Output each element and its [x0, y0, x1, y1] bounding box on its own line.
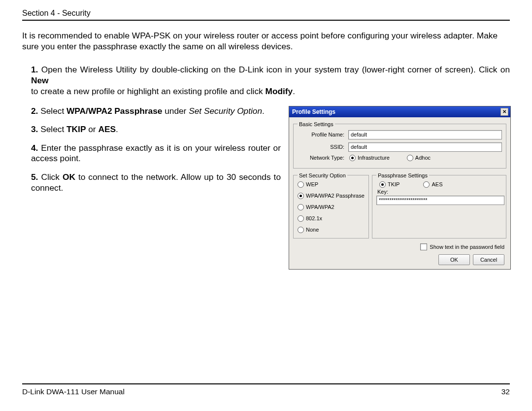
radio-icon [298, 204, 304, 210]
radio-none[interactable]: None [298, 227, 365, 233]
footer-manual-title: D-Link DWA-111 User Manual [22, 387, 125, 396]
radio-adhoc[interactable]: Adhoc [407, 155, 431, 161]
radio-icon [298, 215, 304, 222]
radio-8021x[interactable]: 802.1x [298, 215, 365, 222]
step-1-bold-modify: Modify [266, 86, 293, 96]
radio-icon [298, 181, 304, 188]
step-1-textc: . [293, 86, 295, 96]
dialog-title-text: Profile Settings [292, 108, 335, 115]
radio-aes-label: AES [432, 181, 442, 187]
step-3-aes: AES [98, 124, 116, 134]
radio-none-label: None [306, 227, 319, 233]
step-3-tkip: TKIP [66, 124, 86, 134]
radio-wpa-passphrase[interactable]: WPA/WPA2 Passphrase [298, 193, 365, 199]
radio-icon [379, 181, 386, 188]
page-footer: D-Link DWA-111 User Manual 32 [22, 383, 510, 396]
step-4-texta: Enter the passphrase exactly as it is on… [31, 143, 281, 164]
profile-name-input[interactable] [348, 130, 502, 139]
security-option-group: Set Security Option WEP WPA/WPA2 Passphr… [293, 172, 369, 239]
dialog-titlebar: Profile Settings ✕ [289, 106, 510, 117]
step-3-textb: or [86, 124, 98, 134]
radio-wpapass-label: WPA/WPA2 Passphrase [306, 193, 365, 199]
cancel-button[interactable]: Cancel [473, 254, 504, 265]
ok-button[interactable]: OK [438, 254, 470, 265]
step-1: 1. Open the Wireless Utility by double-c… [31, 64, 510, 97]
step-2-texta: Select [38, 106, 66, 116]
passphrase-settings-legend: Passphrase Settings [376, 172, 429, 178]
radio-icon [349, 155, 356, 161]
step-5-texta: Click [38, 172, 63, 182]
radio-8021x-label: 802.1x [306, 215, 322, 221]
step-1-bold-new: New [31, 75, 49, 85]
ssid-label: SSID: [298, 144, 348, 150]
close-icon[interactable]: ✕ [500, 108, 508, 116]
key-input[interactable] [376, 196, 504, 205]
step-5-ok: OK [63, 172, 75, 182]
intro-text: It is recommended to enable WPA-PSK on y… [22, 31, 510, 52]
radio-wpa-label: WPA/WPA2 [306, 204, 334, 210]
radio-icon [423, 181, 430, 188]
show-text-checkbox[interactable] [420, 243, 427, 250]
section-header: Section 4 - Security [22, 9, 510, 21]
step-5-num: 5. [31, 172, 38, 182]
key-label: Key: [376, 189, 502, 195]
radio-aes[interactable]: AES [423, 181, 442, 188]
network-type-label: Network Type: [298, 155, 348, 161]
footer-page-number: 32 [501, 387, 510, 396]
step-4-num: 4. [31, 143, 38, 153]
step-5: 5. Click OK to connect to the network. A… [31, 172, 281, 193]
radio-tkip-label: TKIP [388, 181, 399, 187]
radio-wep[interactable]: WEP [298, 181, 365, 188]
radio-icon [298, 227, 304, 233]
profile-settings-dialog: Profile Settings ✕ Basic Settings Profil… [289, 106, 511, 270]
step-2-italic: Set Security Option [189, 106, 262, 116]
show-text-label: Show text in the password field [430, 244, 504, 250]
radio-infra-label: Infrastructure [358, 155, 390, 161]
basic-settings-group: Basic Settings Profile Name: SSID: Netwo… [293, 121, 506, 169]
radio-wep-label: WEP [306, 181, 318, 187]
step-2-textb: under [162, 106, 189, 116]
radio-icon [407, 155, 413, 161]
step-3: 3. Select TKIP or AES. [31, 124, 281, 135]
step-3-texta: Select [38, 124, 66, 134]
security-option-legend: Set Security Option [298, 172, 347, 178]
profile-name-label: Profile Name: [298, 132, 348, 137]
step-2-bold: WPA/WPA2 Passphrase [66, 106, 162, 116]
radio-infrastructure[interactable]: Infrastructure [349, 155, 390, 161]
basic-settings-legend: Basic Settings [298, 121, 335, 127]
radio-wpa[interactable]: WPA/WPA2 [298, 204, 365, 210]
step-2: 2. Select WPA/WPA2 Passphrase under Set … [31, 106, 281, 117]
step-2-textc: . [262, 106, 265, 116]
step-3-textc: . [116, 124, 118, 134]
step-3-num: 3. [31, 124, 38, 134]
radio-adhoc-label: Adhoc [415, 155, 431, 161]
step-1-textb: to create a new profile or highlight an … [31, 86, 266, 96]
ssid-input[interactable] [348, 142, 502, 152]
step-2-num: 2. [31, 106, 38, 116]
step-1-texta: Open the Wireless Utility by double-clic… [38, 65, 510, 74]
radio-icon [298, 193, 304, 199]
step-1-num: 1. [31, 65, 38, 74]
passphrase-settings-group: Passphrase Settings TKIP AES [372, 172, 506, 239]
step-4: 4. Enter the passphrase exactly as it is… [31, 143, 281, 164]
radio-tkip[interactable]: TKIP [379, 181, 399, 188]
